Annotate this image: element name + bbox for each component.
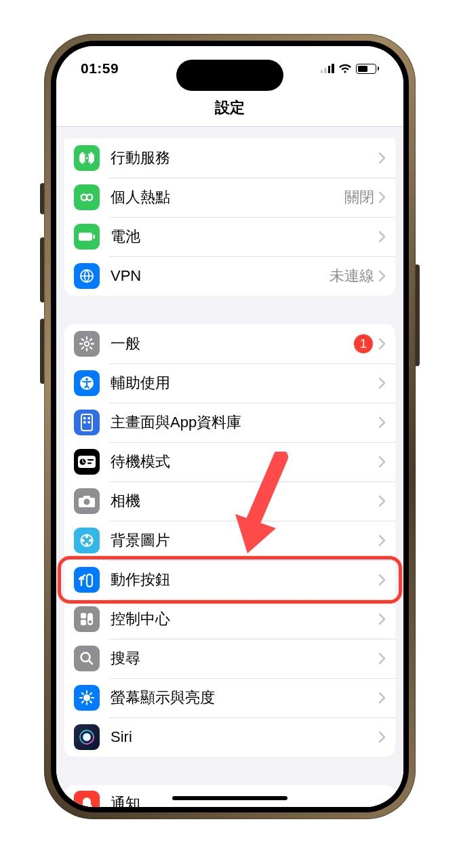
chevron-right-icon [378, 534, 386, 547]
notification-badge: 1 [354, 334, 373, 353]
chevron-right-icon [378, 152, 386, 164]
row-hotspot[interactable]: 個人熱點 關閉 [64, 178, 395, 217]
wifi-icon [338, 64, 352, 74]
svg-point-0 [85, 157, 87, 159]
row-label: 主畫面與App資料庫 [111, 412, 378, 433]
row-label: 通知 [111, 793, 386, 807]
row-label: 個人熱點 [111, 187, 344, 208]
phone-bezel: 01:59 設定 [51, 41, 409, 812]
row-label: 相機 [111, 491, 378, 511]
row-display[interactable]: 螢幕顯示與亮度 [64, 678, 395, 717]
vpn-icon [74, 263, 100, 289]
svg-rect-12 [83, 421, 86, 424]
siri-icon [74, 724, 100, 750]
svg-point-18 [84, 499, 90, 505]
settings-group-system: 一般 1 輔助使用 主畫面與App資料庫 [64, 324, 395, 757]
svg-rect-28 [81, 620, 86, 625]
svg-point-21 [89, 539, 92, 542]
row-wallpaper[interactable]: 背景圖片 [64, 521, 395, 560]
row-standby[interactable]: 待機模式 [64, 442, 395, 481]
row-control-center[interactable]: 控制中心 [64, 599, 395, 639]
row-homescreen[interactable]: 主畫面與App資料庫 [64, 403, 395, 442]
chevron-right-icon [378, 613, 386, 625]
svg-rect-16 [87, 459, 94, 460]
accessibility-icon [74, 370, 100, 396]
phone-frame: 01:59 設定 [44, 34, 416, 819]
svg-point-22 [85, 542, 89, 546]
chevron-right-icon [378, 495, 386, 507]
chevron-right-icon [378, 692, 386, 704]
chevron-right-icon [378, 338, 386, 350]
svg-rect-9 [81, 414, 92, 431]
dynamic-island [176, 60, 283, 91]
home-indicator [172, 796, 287, 800]
settings-group-connectivity: 行動服務 個人熱點 關閉 電池 [64, 138, 395, 296]
status-time: 01:59 [81, 60, 119, 77]
row-label: Siri [111, 728, 378, 746]
page-title: 設定 [56, 98, 403, 118]
svg-rect-17 [87, 462, 92, 464]
display-icon [74, 685, 100, 711]
chevron-right-icon [378, 231, 386, 243]
svg-rect-4 [94, 235, 96, 239]
row-label: VPN [111, 267, 330, 285]
chevron-right-icon [378, 574, 386, 586]
svg-point-20 [85, 535, 89, 538]
hotspot-icon [74, 184, 100, 210]
control-center-icon [74, 606, 100, 632]
row-siri[interactable]: Siri [64, 717, 395, 757]
row-search[interactable]: 搜尋 [64, 639, 395, 678]
row-vpn[interactable]: VPN 未連線 [64, 256, 395, 296]
row-battery[interactable]: 電池 [64, 217, 395, 256]
row-value: 未連線 [330, 266, 374, 286]
svg-rect-10 [83, 417, 86, 420]
row-label: 搜尋 [111, 648, 378, 669]
cellular-icon [74, 145, 100, 171]
row-label: 電池 [111, 226, 378, 247]
notifications-icon [74, 791, 100, 807]
chevron-right-icon [378, 416, 386, 429]
svg-rect-11 [88, 417, 91, 420]
chevron-right-icon [378, 270, 386, 282]
chevron-right-icon [378, 191, 386, 203]
chevron-right-icon [378, 377, 386, 389]
chevron-right-icon [378, 652, 386, 665]
svg-rect-13 [88, 421, 91, 424]
status-icons [321, 64, 380, 74]
svg-point-27 [89, 620, 92, 624]
svg-rect-24 [87, 574, 92, 587]
general-icon [74, 331, 100, 357]
svg-point-6 [85, 342, 89, 346]
row-general[interactable]: 一般 1 [64, 324, 395, 363]
standby-icon [74, 449, 100, 475]
row-label: 動作按鈕 [111, 570, 378, 590]
action-button-icon [74, 567, 100, 593]
row-label: 螢幕顯示與亮度 [111, 688, 378, 708]
battery-indicator-icon [356, 64, 380, 74]
row-value: 關閉 [344, 187, 374, 208]
camera-icon [74, 488, 100, 514]
row-camera[interactable]: 相機 [64, 481, 395, 521]
row-label: 一般 [111, 334, 354, 354]
homescreen-icon [74, 410, 100, 435]
screen: 01:59 設定 [56, 46, 403, 807]
chevron-right-icon [378, 731, 386, 743]
search-icon [74, 646, 100, 671]
row-label: 行動服務 [111, 148, 378, 168]
row-label: 輔助使用 [111, 373, 378, 393]
cellular-signal-icon [321, 64, 334, 73]
svg-rect-25 [81, 613, 86, 618]
row-accessibility[interactable]: 輔助使用 [64, 363, 395, 403]
row-action-button[interactable]: 動作按鈕 [64, 560, 395, 599]
svg-point-8 [85, 378, 88, 381]
settings-list[interactable]: 行動服務 個人熱點 關閉 電池 [56, 138, 403, 807]
wallpaper-icon [74, 528, 100, 553]
battery-icon [74, 224, 100, 250]
row-cellular[interactable]: 行動服務 [64, 138, 395, 178]
svg-rect-3 [79, 233, 92, 241]
svg-point-23 [81, 539, 85, 542]
row-label: 控制中心 [111, 609, 378, 629]
chevron-right-icon [378, 456, 386, 468]
row-label: 背景圖片 [111, 530, 378, 551]
row-label: 待機模式 [111, 452, 378, 472]
